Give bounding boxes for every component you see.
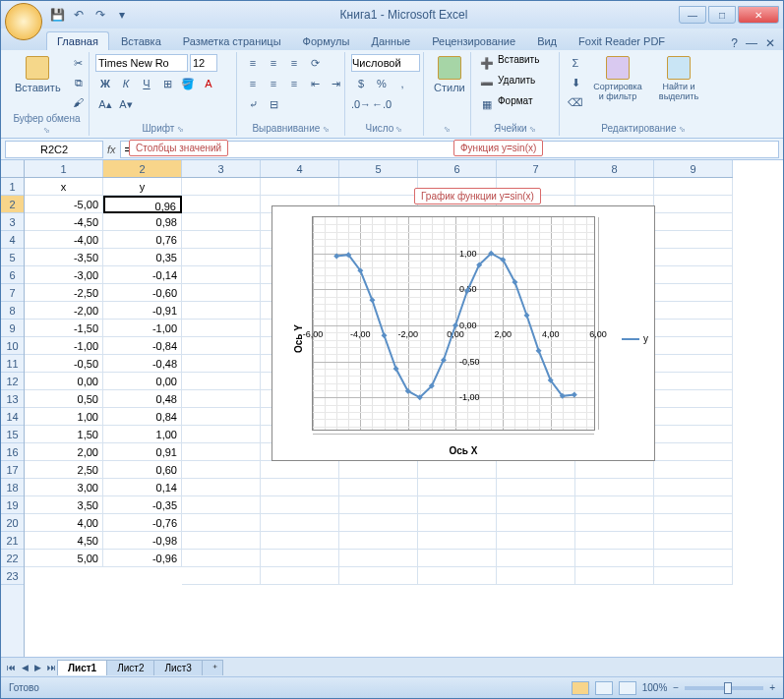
cell[interactable]: x <box>25 178 103 196</box>
cell[interactable] <box>497 461 575 479</box>
orientation-icon[interactable]: ⟳ <box>305 54 325 72</box>
cell[interactable]: -0,84 <box>103 337 182 355</box>
format-cells-button[interactable]: ▦Формат <box>477 95 533 113</box>
cell[interactable] <box>182 337 261 355</box>
cell[interactable] <box>654 479 733 496</box>
row-header[interactable]: 10 <box>1 337 24 355</box>
row-header[interactable]: 1 <box>1 178 24 196</box>
tab-prev-icon[interactable]: ◀ <box>20 663 30 672</box>
cell[interactable] <box>654 408 733 426</box>
view-normal-icon[interactable] <box>572 681 589 695</box>
cell[interactable] <box>182 408 261 426</box>
cell[interactable] <box>418 532 497 550</box>
office-button[interactable] <box>5 3 42 40</box>
cell[interactable] <box>182 390 261 408</box>
cell[interactable] <box>575 461 654 479</box>
font-color-icon[interactable]: A <box>199 75 218 92</box>
dec-decimal-icon[interactable]: ←.0 <box>372 95 392 113</box>
cell[interactable] <box>182 196 261 213</box>
cell[interactable]: 2,00 <box>25 443 103 461</box>
col-header[interactable]: 4 <box>261 160 339 177</box>
shrink-font-icon[interactable]: A▾ <box>116 95 136 113</box>
cell[interactable] <box>261 514 339 532</box>
align-top-icon[interactable]: ≡ <box>243 54 263 72</box>
cell[interactable]: 0,60 <box>103 461 182 479</box>
cell[interactable] <box>654 532 733 550</box>
cell[interactable] <box>182 231 261 249</box>
cell[interactable] <box>418 496 497 514</box>
cell[interactable] <box>182 514 261 532</box>
cell[interactable] <box>182 266 261 284</box>
cell[interactable]: 0,35 <box>103 249 182 266</box>
cell[interactable]: 1,00 <box>103 426 182 443</box>
styles-button[interactable]: Стили <box>430 54 469 95</box>
tab-first-icon[interactable]: ⏮ <box>5 663 18 672</box>
inc-decimal-icon[interactable]: .0→ <box>351 95 371 113</box>
row-header[interactable]: 6 <box>1 266 24 284</box>
col-header[interactable]: 2 <box>103 160 182 177</box>
cell[interactable] <box>339 496 418 514</box>
col-header[interactable]: 8 <box>575 160 654 177</box>
select-all-corner[interactable] <box>1 160 25 178</box>
cell[interactable]: -1,00 <box>103 320 182 337</box>
row-header[interactable]: 21 <box>1 532 24 550</box>
row-header[interactable]: 22 <box>1 550 24 567</box>
indent-inc-icon[interactable]: ⇥ <box>326 75 345 92</box>
cell[interactable] <box>654 443 733 461</box>
cell[interactable]: 0,00 <box>103 373 182 390</box>
sheet-tab-1[interactable]: Лист1 <box>57 660 107 675</box>
cell[interactable] <box>497 567 575 585</box>
indent-dec-icon[interactable]: ⇤ <box>305 75 325 92</box>
cell[interactable] <box>182 532 261 550</box>
cell[interactable] <box>261 461 339 479</box>
fill-color-icon[interactable]: 🪣 <box>178 75 198 92</box>
tab-formulas[interactable]: Формулы <box>293 32 360 50</box>
cell[interactable]: -0,60 <box>103 284 182 302</box>
bold-button[interactable]: Ж <box>95 75 115 92</box>
name-box[interactable] <box>5 141 103 158</box>
cell[interactable] <box>182 249 261 266</box>
cell[interactable]: -4,50 <box>25 213 103 231</box>
row-header[interactable]: 2 <box>1 196 24 213</box>
sheet-tab-2[interactable]: Лист2 <box>106 660 154 675</box>
cell[interactable] <box>182 426 261 443</box>
cell[interactable] <box>575 550 654 567</box>
cell[interactable] <box>261 496 339 514</box>
cell[interactable] <box>497 550 575 567</box>
tab-layout[interactable]: Разметка страницы <box>173 32 291 50</box>
cell[interactable]: -0,76 <box>103 514 182 532</box>
align-right-icon[interactable]: ≡ <box>284 75 304 92</box>
row-header[interactable]: 23 <box>1 567 24 585</box>
cell[interactable] <box>575 514 654 532</box>
help-icon[interactable]: ? <box>731 36 738 50</box>
row-header[interactable]: 13 <box>1 390 24 408</box>
cell[interactable] <box>497 496 575 514</box>
col-header[interactable]: 5 <box>339 160 418 177</box>
row-header[interactable]: 20 <box>1 514 24 532</box>
cell[interactable]: 4,50 <box>25 532 103 550</box>
view-layout-icon[interactable] <box>595 681 613 695</box>
qat-dropdown-icon[interactable]: ▾ <box>113 6 131 24</box>
cell[interactable] <box>654 461 733 479</box>
cell[interactable] <box>261 479 339 496</box>
cell[interactable]: 0,96 <box>103 196 182 213</box>
cell[interactable] <box>654 373 733 390</box>
chart-object[interactable]: Ось Y Ось X y -1,00-0,500,000,501,00-6,0… <box>271 205 655 461</box>
cell[interactable]: -0,35 <box>103 496 182 514</box>
cell[interactable] <box>575 178 654 196</box>
cell[interactable] <box>261 532 339 550</box>
cell[interactable]: 4,00 <box>25 514 103 532</box>
ribbon-minimize-icon[interactable]: — <box>746 36 757 50</box>
cell[interactable]: 2,50 <box>25 461 103 479</box>
row-header[interactable]: 7 <box>1 284 24 302</box>
cell[interactable] <box>654 302 733 320</box>
row-header[interactable]: 3 <box>1 213 24 231</box>
underline-button[interactable]: Ч <box>137 75 156 92</box>
cell[interactable] <box>654 178 733 196</box>
row-header[interactable]: 9 <box>1 320 24 337</box>
cell[interactable] <box>654 550 733 567</box>
fill-icon[interactable]: ⬇ <box>566 74 585 91</box>
align-center-icon[interactable]: ≡ <box>264 75 283 92</box>
cell[interactable] <box>339 461 418 479</box>
row-header[interactable]: 12 <box>1 373 24 390</box>
